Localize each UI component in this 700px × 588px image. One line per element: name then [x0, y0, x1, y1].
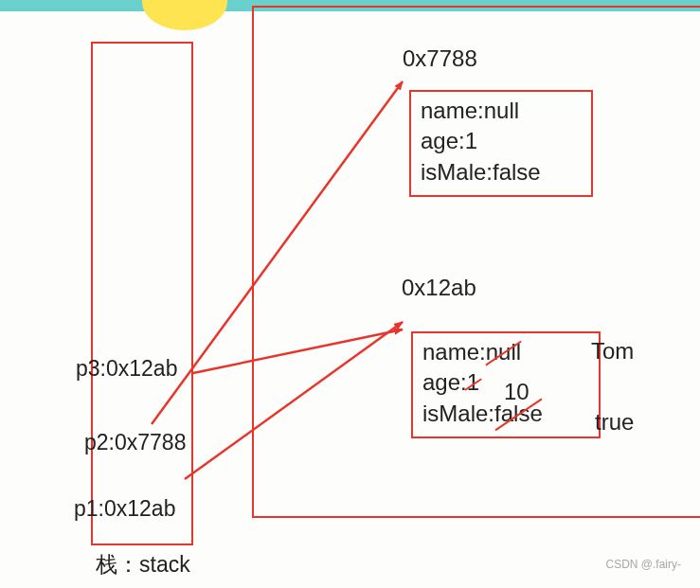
- stack-entry-p1: p1:0x12ab: [74, 496, 175, 522]
- heap-region: [252, 6, 700, 518]
- obj2-age-prefix: age:: [422, 369, 467, 395]
- obj1-ismale: isMale:false: [421, 157, 582, 187]
- obj1-box: name:null age:1 isMale:false: [409, 90, 593, 197]
- stack-box: [91, 42, 193, 545]
- stack-entry-p2: p2:0x7788: [84, 430, 186, 455]
- yellow-circle: [142, 0, 227, 30]
- obj2-age-new: 10: [504, 379, 529, 405]
- obj2-age-old: 1: [467, 367, 479, 398]
- obj2-name-old: null: [486, 337, 521, 367]
- obj2-ismale-prefix: isMale:: [422, 401, 494, 426]
- obj2-address: 0x12ab: [402, 275, 476, 301]
- obj1-name: name:null: [421, 96, 582, 126]
- obj2-name-prefix: name:: [422, 339, 486, 365]
- stack-label: 栈：stack: [96, 550, 190, 579]
- obj2-name-new: Tom: [591, 338, 634, 365]
- obj1-address: 0x7788: [403, 45, 477, 72]
- obj2-name: name:null: [422, 337, 589, 367]
- stack-entry-p3: p3:0x12ab: [76, 356, 177, 382]
- obj1-age: age:1: [421, 126, 582, 156]
- obj2-ismale-new: true: [595, 409, 634, 436]
- watermark: CSDN @.fairy-: [605, 558, 681, 571]
